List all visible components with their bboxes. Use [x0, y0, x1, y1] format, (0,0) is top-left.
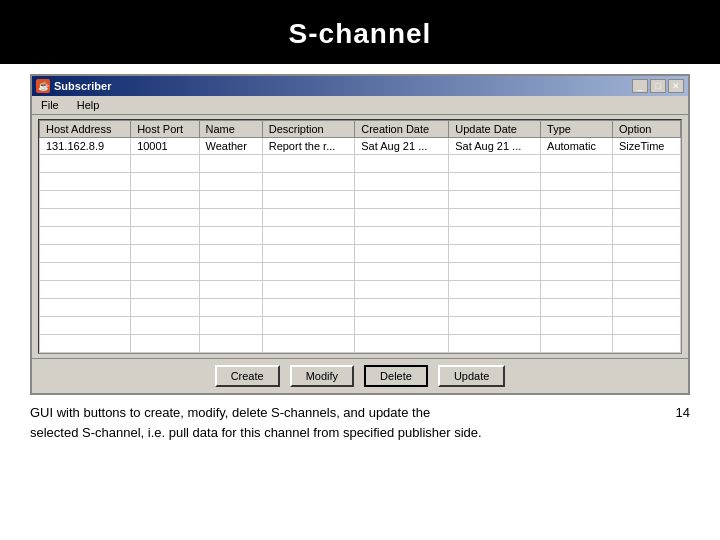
cell-host-port: 10001 — [131, 138, 199, 155]
delete-button[interactable]: Delete — [364, 365, 428, 387]
minimize-button[interactable]: _ — [632, 79, 648, 93]
col-host-address: Host Address — [40, 121, 131, 138]
cell-description: Report the r... — [262, 138, 355, 155]
table-area: Host Address Host Port Name Description … — [38, 119, 682, 354]
title-bar-buttons: _ □ ✕ — [632, 79, 684, 93]
subscriber-table: Host Address Host Port Name Description … — [39, 120, 681, 353]
empty-row — [40, 173, 681, 191]
empty-row — [40, 155, 681, 173]
maximize-button[interactable]: □ — [650, 79, 666, 93]
modify-button[interactable]: Modify — [290, 365, 354, 387]
cell-update-date: Sat Aug 21 ... — [449, 138, 541, 155]
table-header-row: Host Address Host Port Name Description … — [40, 121, 681, 138]
empty-row — [40, 245, 681, 263]
col-description: Description — [262, 121, 355, 138]
close-button[interactable]: ✕ — [668, 79, 684, 93]
create-button[interactable]: Create — [215, 365, 280, 387]
banner-title: S-channel — [289, 18, 432, 49]
empty-row — [40, 209, 681, 227]
cell-host-address: 131.162.8.9 — [40, 138, 131, 155]
col-host-port: Host Port — [131, 121, 199, 138]
menu-help[interactable]: Help — [74, 98, 103, 112]
col-name: Name — [199, 121, 262, 138]
update-button[interactable]: Update — [438, 365, 505, 387]
empty-row — [40, 335, 681, 353]
cell-creation-date: Sat Aug 21 ... — [355, 138, 449, 155]
table-row[interactable]: 131.162.8.9 10001 Weather Report the r..… — [40, 138, 681, 155]
cell-name: Weather — [199, 138, 262, 155]
menu-file[interactable]: File — [38, 98, 62, 112]
col-option: Option — [613, 121, 681, 138]
col-update-date: Update Date — [449, 121, 541, 138]
subscriber-window: ☕ Subscriber _ □ ✕ File Help Host Addres… — [30, 74, 690, 395]
banner: S-channel — [0, 0, 720, 64]
title-bar: ☕ Subscriber _ □ ✕ — [32, 76, 688, 96]
cell-type: Automatic — [541, 138, 613, 155]
caption-text: GUI with buttons to create, modify, dele… — [30, 403, 482, 442]
caption-line2: selected S-channel, i.e. pull data for t… — [30, 423, 482, 443]
col-creation-date: Creation Date — [355, 121, 449, 138]
empty-row — [40, 317, 681, 335]
window-title: Subscriber — [54, 80, 111, 92]
title-bar-left: ☕ Subscriber — [36, 79, 111, 93]
caption: GUI with buttons to create, modify, dele… — [0, 395, 720, 442]
col-type: Type — [541, 121, 613, 138]
window-icon: ☕ — [36, 79, 50, 93]
empty-row — [40, 263, 681, 281]
caption-line1: GUI with buttons to create, modify, dele… — [30, 403, 482, 423]
main-area: ☕ Subscriber _ □ ✕ File Help Host Addres… — [0, 64, 720, 395]
caption-row: GUI with buttons to create, modify, dele… — [30, 403, 690, 442]
page-number: 14 — [676, 403, 690, 423]
button-bar: Create Modify Delete Update — [32, 358, 688, 393]
empty-row — [40, 227, 681, 245]
empty-row — [40, 299, 681, 317]
menu-bar: File Help — [32, 96, 688, 115]
cell-option: SizeTime — [613, 138, 681, 155]
empty-row — [40, 191, 681, 209]
empty-row — [40, 281, 681, 299]
